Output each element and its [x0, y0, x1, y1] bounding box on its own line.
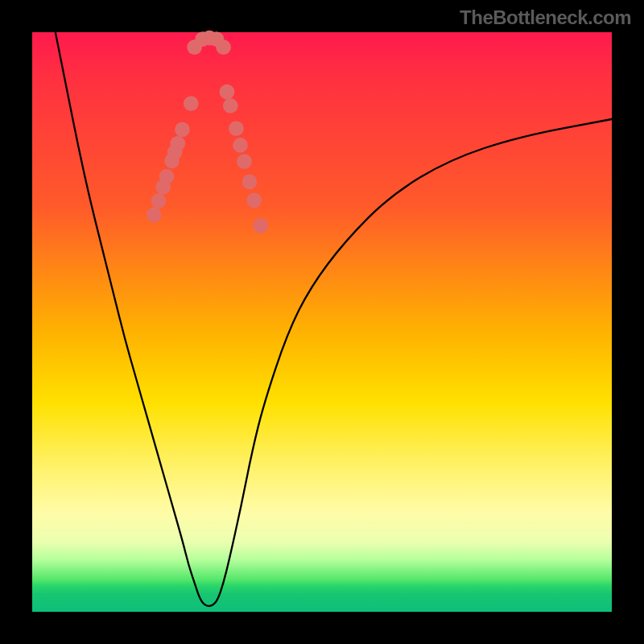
watermark-text: TheBottleneck.com: [460, 6, 631, 29]
chart-svg: [32, 32, 612, 612]
bottleneck-curve: [56, 32, 612, 606]
data-marker: [216, 39, 231, 55]
data-marker: [223, 98, 238, 114]
data-marker: [229, 121, 244, 136]
data-marker: [159, 169, 175, 184]
data-marker: [151, 193, 167, 208]
data-marker: [242, 174, 258, 189]
chart-frame: TheBottleneck.com: [0, 0, 644, 644]
data-marker: [233, 138, 248, 153]
data-marker: [253, 218, 268, 233]
data-markers: [147, 31, 268, 233]
data-marker: [246, 192, 262, 208]
data-marker: [170, 136, 185, 151]
plot-area: [32, 32, 612, 612]
data-marker: [237, 154, 252, 169]
data-marker: [184, 96, 199, 111]
data-marker: [147, 207, 162, 222]
data-marker: [175, 122, 190, 138]
data-marker: [220, 85, 235, 100]
